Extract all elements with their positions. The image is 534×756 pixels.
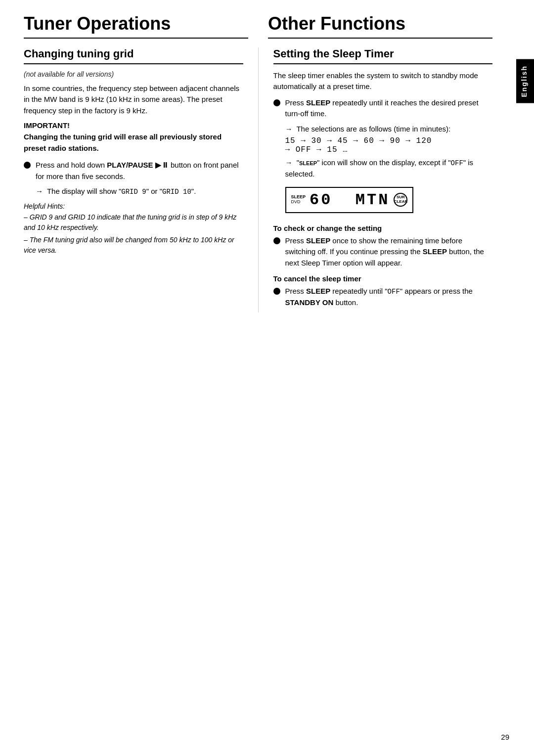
bullet-cancel-text: Press SLEEP repeatedly until "OFF" appea… xyxy=(285,286,493,309)
left-body1: In some countries, the frequency step be… xyxy=(24,83,243,117)
side-tab: English xyxy=(516,59,534,103)
bullet-circle-sleep xyxy=(273,99,280,106)
right-column: Setting the Sleep Timer The sleep timer … xyxy=(259,47,493,312)
page-number: 29 xyxy=(501,733,509,741)
display-label: SLEEP DVD xyxy=(291,195,306,205)
left-section-title: Tuner Operations xyxy=(24,14,248,39)
left-column: Changing tuning grid (not available for … xyxy=(24,47,259,312)
bullet-play-pause-text: Press and hold down PLAY/PAUSE ▶⏸ button… xyxy=(36,160,243,182)
bullet-circle-1 xyxy=(24,162,31,169)
hint1: – GRID 9 and GRID 10 indicate that the t… xyxy=(24,212,243,233)
arrow-sym-1: → xyxy=(36,187,43,195)
arrow-sleep-icon: → "SLEEP" icon will show on the display,… xyxy=(285,157,493,180)
arrow-sym-3: → xyxy=(285,158,293,167)
hints-label: Helpful Hints: xyxy=(24,202,243,210)
left-subsection-title: Changing tuning grid xyxy=(24,47,243,64)
header-row: Tuner Operations Other Functions xyxy=(0,0,534,47)
sequence-display: 15 → 30 → 45 → 60 → 90 → 120→ OFF → 15 … xyxy=(285,136,493,154)
header-right: Other Functions xyxy=(263,14,492,47)
arrow-selections: → The selections are as follows (time in… xyxy=(285,124,493,135)
display-big-text: 60 MTN xyxy=(310,191,390,209)
sur-clear-text: SURCLEAR xyxy=(394,195,408,204)
cancel-heading: To cancel the sleep timer xyxy=(273,274,493,283)
bullet-sleep-press: Press SLEEP repeatedly until it reaches … xyxy=(273,97,493,120)
arrow-grid: → The display will show "GRID 9" or "GRI… xyxy=(36,186,243,197)
dvd-label: DVD xyxy=(291,200,306,205)
sur-clear-icon: SURCLEAR xyxy=(394,193,407,207)
bullet-cancel: Press SLEEP repeatedly until "OFF" appea… xyxy=(273,286,493,309)
bullet-circle-cancel xyxy=(273,288,280,295)
right-subsection-title: Setting the Sleep Timer xyxy=(273,47,493,64)
bullet-check-text: Press SLEEP once to show the remaining t… xyxy=(285,235,493,269)
bullet-check: Press SLEEP once to show the remaining t… xyxy=(273,235,493,269)
page-container: English Tuner Operations Other Functions… xyxy=(0,0,534,756)
bullet-sleep-text: Press SLEEP repeatedly until it reaches … xyxy=(285,97,493,120)
hint2: – The FM tuning grid also will be change… xyxy=(24,235,243,256)
header-left: Tuner Operations xyxy=(24,14,263,47)
check-heading: To check or change the setting xyxy=(273,224,493,232)
arrow-sym-2: → xyxy=(285,125,293,133)
right-section-title: Other Functions xyxy=(268,14,492,39)
right-body1: The sleep timer enables the system to sw… xyxy=(273,70,493,92)
important-text: Changing the tuning grid will erase all … xyxy=(24,132,243,154)
display-box: SLEEP DVD 60 MTN SURCLEAR xyxy=(285,187,414,213)
left-subtitle: (not available for all versions) xyxy=(24,70,243,78)
content-row: Changing tuning grid (not available for … xyxy=(0,47,534,312)
important-label: IMPORTANT! xyxy=(24,121,243,130)
bullet-play-pause: Press and hold down PLAY/PAUSE ▶⏸ button… xyxy=(24,160,243,182)
bullet-circle-check xyxy=(273,237,280,244)
